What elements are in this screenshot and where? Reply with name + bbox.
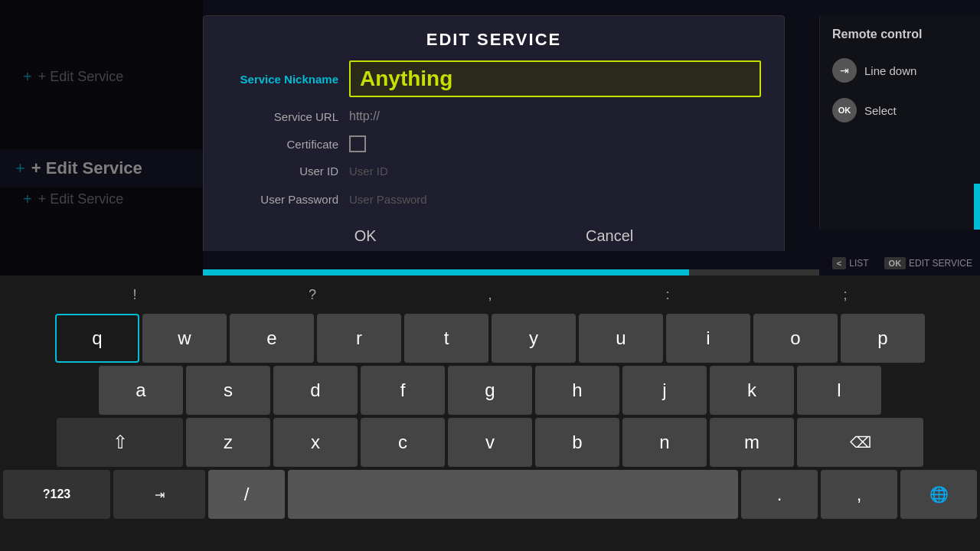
key-k[interactable]: k xyxy=(710,366,794,415)
breadcrumb-key-edit: OK xyxy=(884,257,906,269)
certificate-label: Certificate xyxy=(227,138,349,151)
key-tab[interactable]: ⇥ xyxy=(113,470,205,519)
breadcrumb-key-list: < xyxy=(832,257,846,269)
key-d[interactable]: d xyxy=(273,366,358,415)
key-dot[interactable]: . xyxy=(741,470,818,519)
breadcrumb-list: < LIST xyxy=(825,257,877,269)
key-num123[interactable]: ?123 xyxy=(3,470,110,519)
key-m[interactable]: m xyxy=(710,418,794,467)
key-y[interactable]: y xyxy=(492,314,576,363)
key-o[interactable]: o xyxy=(753,314,838,363)
remote-control-panel: Remote control ⇥ Line down OK Select xyxy=(819,15,980,230)
special-chars-row: ! ? , : ; xyxy=(0,276,980,314)
key-shift[interactable]: ⇧ xyxy=(57,418,183,467)
key-row-bottom: ?123 ⇥ / . , 🌐 xyxy=(0,470,980,519)
password-row: User Password User Password xyxy=(227,190,761,209)
password-label: User Password xyxy=(227,193,349,206)
key-a[interactable]: a xyxy=(99,366,183,415)
key-globe[interactable]: 🌐 xyxy=(900,470,977,519)
key-c[interactable]: c xyxy=(361,418,445,467)
ok-button[interactable]: OK xyxy=(332,221,400,251)
key-p[interactable]: p xyxy=(841,314,925,363)
key-w[interactable]: w xyxy=(142,314,227,363)
key-slash[interactable]: / xyxy=(208,470,285,519)
key-x[interactable]: x xyxy=(273,418,358,467)
key-z[interactable]: z xyxy=(186,418,270,467)
nickname-label: Service Nickname xyxy=(227,73,349,86)
key-f[interactable]: f xyxy=(361,366,445,415)
key-n[interactable]: n xyxy=(622,418,707,467)
remote-title: Remote control xyxy=(820,15,980,51)
key-l[interactable]: l xyxy=(797,366,881,415)
breadcrumb-edit: OK EDIT SERVICE xyxy=(877,257,980,269)
key-h[interactable]: h xyxy=(535,366,619,415)
key-backspace[interactable]: ⌫ xyxy=(797,418,923,467)
certificate-checkbox[interactable] xyxy=(349,135,366,152)
remote-select: OK Select xyxy=(820,90,980,130)
nickname-row: Service Nickname xyxy=(227,60,761,97)
key-row-2: a s d f g h j k l xyxy=(0,366,980,415)
key-spacebar[interactable] xyxy=(288,470,738,519)
key-comma-bottom[interactable]: , xyxy=(821,470,897,519)
userid-row: User ID User ID xyxy=(227,161,761,181)
url-row: Service URL http:// xyxy=(227,106,761,126)
special-question[interactable]: ? xyxy=(224,287,401,303)
certificate-row: Certificate xyxy=(227,135,761,152)
key-j[interactable]: j xyxy=(622,366,707,415)
url-value[interactable]: http:// xyxy=(349,106,761,126)
key-e[interactable]: e xyxy=(230,314,314,363)
modal-buttons: OK Cancel xyxy=(204,221,784,251)
line-down-icon: ⇥ xyxy=(832,58,857,83)
userid-input[interactable]: User ID xyxy=(349,161,761,181)
special-colon[interactable]: : xyxy=(579,287,756,303)
userid-label: User ID xyxy=(227,165,349,178)
key-row-3: ⇧ z x c v b n m ⌫ xyxy=(0,418,980,467)
password-input[interactable]: User Password xyxy=(349,190,761,209)
special-semicolon[interactable]: ; xyxy=(756,287,934,303)
key-b[interactable]: b xyxy=(535,418,619,467)
key-s[interactable]: s xyxy=(186,366,270,415)
key-u[interactable]: u xyxy=(579,314,663,363)
keyboard: ! ? , : ; q w e r t y u i o p a s d f g … xyxy=(0,276,980,551)
key-q[interactable]: q xyxy=(55,314,139,363)
accent-bar xyxy=(974,184,980,230)
special-comma[interactable]: , xyxy=(401,287,579,303)
key-g[interactable]: g xyxy=(448,366,532,415)
key-i[interactable]: i xyxy=(666,314,750,363)
modal-title: EDIT SERVICE xyxy=(204,16,784,60)
key-row-1: q w e r t y u i o p xyxy=(0,314,980,363)
url-label: Service URL xyxy=(227,110,349,123)
remote-line-down: ⇥ Line down xyxy=(820,51,980,90)
ok-icon: OK xyxy=(832,98,857,122)
key-v[interactable]: v xyxy=(448,418,532,467)
key-t[interactable]: t xyxy=(404,314,488,363)
key-r[interactable]: r xyxy=(317,314,401,363)
cancel-button[interactable]: Cancel xyxy=(563,221,656,251)
special-exclamation[interactable]: ! xyxy=(46,287,224,303)
edit-service-modal: EDIT SERVICE Service Nickname Service UR… xyxy=(203,15,785,268)
nickname-input[interactable] xyxy=(349,60,761,97)
modal-form: Service Nickname Service URL http:// Cer… xyxy=(204,60,784,209)
